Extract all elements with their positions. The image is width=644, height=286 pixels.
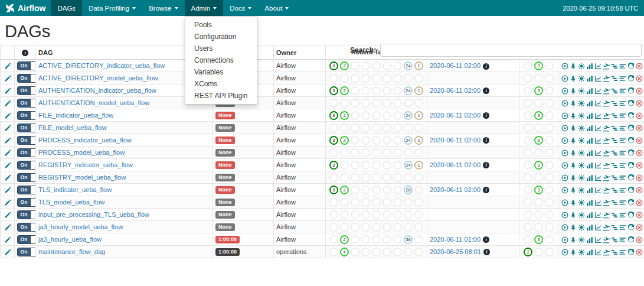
recent-task-count-success[interactable]: 8 xyxy=(329,61,338,70)
graph-view-icon[interactable] xyxy=(578,187,585,194)
trigger-dag-icon[interactable] xyxy=(561,212,568,219)
delete-dag-icon[interactable] xyxy=(636,199,643,206)
dag-link[interactable]: PROCESS_indicator_ueba_flow xyxy=(38,136,132,144)
code-view-icon[interactable] xyxy=(619,249,626,256)
trigger-dag-icon[interactable] xyxy=(561,187,568,194)
landing-times-icon[interactable] xyxy=(603,212,610,219)
delete-dag-icon[interactable] xyxy=(636,125,643,132)
dag-link[interactable]: REGISTRY_indicator_ueba_flow xyxy=(38,161,133,168)
refresh-dag-icon[interactable] xyxy=(627,224,635,231)
dag-link[interactable]: PROCESS_model_ueba_flow xyxy=(38,149,125,156)
landing-times-icon[interactable] xyxy=(603,224,610,231)
gantt-view-icon[interactable] xyxy=(611,150,618,157)
code-view-icon[interactable] xyxy=(619,236,626,243)
code-view-icon[interactable] xyxy=(619,75,626,82)
code-view-icon[interactable] xyxy=(619,224,626,231)
task-duration-icon[interactable] xyxy=(586,125,593,132)
refresh-dag-icon[interactable] xyxy=(627,75,635,82)
code-view-icon[interactable] xyxy=(619,112,626,119)
tree-view-icon[interactable] xyxy=(570,224,577,231)
trigger-dag-icon[interactable] xyxy=(561,150,568,157)
code-view-icon[interactable] xyxy=(619,199,626,206)
tree-view-icon[interactable] xyxy=(570,236,577,243)
dag-toggle[interactable]: On xyxy=(17,223,36,232)
last-run-link[interactable]: 2020-06-11 02:00 xyxy=(430,186,480,193)
gantt-view-icon[interactable] xyxy=(611,199,618,206)
dag-edit-icon[interactable] xyxy=(4,137,11,144)
trigger-dag-icon[interactable] xyxy=(561,162,568,169)
code-view-icon[interactable] xyxy=(619,137,626,144)
refresh-dag-icon[interactable] xyxy=(627,187,635,194)
dag-toggle[interactable]: On xyxy=(17,136,36,145)
dag-link[interactable]: ja3_hourly_ueba_flow xyxy=(38,236,102,243)
trigger-dag-icon[interactable] xyxy=(561,100,568,107)
gantt-view-icon[interactable] xyxy=(611,137,618,144)
task-duration-icon[interactable] xyxy=(586,174,593,181)
dag-link[interactable]: REGISTRY_model_ueba_flow xyxy=(38,174,126,181)
refresh-dag-icon[interactable] xyxy=(627,199,635,206)
dag-edit-icon[interactable] xyxy=(4,162,11,169)
dag-toggle[interactable]: On xyxy=(17,173,36,182)
dag-toggle[interactable]: On xyxy=(17,86,36,95)
nav-item-browse[interactable]: Browse xyxy=(142,0,184,16)
nav-item-admin[interactable]: Admin xyxy=(185,0,224,16)
last-run-link[interactable]: 2020-06-25 08:01 xyxy=(430,248,481,255)
code-view-icon[interactable] xyxy=(619,125,626,132)
recent-task-count-success[interactable]: 8 xyxy=(329,86,338,95)
tree-view-icon[interactable] xyxy=(570,75,577,82)
admin-menu-item-connections[interactable]: Connections xyxy=(185,54,257,66)
trigger-dag-icon[interactable] xyxy=(561,224,568,231)
graph-view-icon[interactable] xyxy=(578,249,585,256)
tree-view-icon[interactable] xyxy=(570,100,577,107)
code-view-icon[interactable] xyxy=(619,187,626,194)
dag-edit-icon[interactable] xyxy=(4,100,11,107)
delete-dag-icon[interactable] xyxy=(636,87,643,95)
delete-dag-icon[interactable] xyxy=(636,150,643,157)
recent-task-count-success[interactable]: 8 xyxy=(329,136,338,145)
nav-item-data-profiling[interactable]: Data Profiling xyxy=(82,0,142,16)
recent-task-count-scheduled[interactable]: 1 xyxy=(414,61,423,70)
trigger-dag-icon[interactable] xyxy=(561,137,568,144)
recent-task-count-running[interactable]: 2 xyxy=(340,235,349,244)
graph-view-icon[interactable] xyxy=(578,75,585,82)
task-tries-icon[interactable] xyxy=(594,224,601,231)
trigger-dag-icon[interactable] xyxy=(561,174,568,181)
task-duration-icon[interactable] xyxy=(586,224,593,231)
landing-times-icon[interactable] xyxy=(603,75,610,82)
airflow-brand[interactable]: Airflow xyxy=(0,0,51,16)
trigger-dag-icon[interactable] xyxy=(561,125,568,132)
dag-edit-icon[interactable] xyxy=(4,150,11,157)
delete-dag-icon[interactable] xyxy=(636,187,643,194)
delete-dag-icon[interactable] xyxy=(636,112,643,119)
task-duration-icon[interactable] xyxy=(586,137,593,144)
dag-run-count-running[interactable]: 3 xyxy=(534,86,543,95)
admin-menu-item-users[interactable]: Users xyxy=(185,43,257,54)
landing-times-icon[interactable] xyxy=(603,125,610,132)
dag-edit-icon[interactable] xyxy=(4,75,11,82)
trigger-dag-icon[interactable] xyxy=(561,249,568,256)
refresh-dag-icon[interactable] xyxy=(627,100,635,107)
recent-task-count-scheduled[interactable]: 1 xyxy=(414,86,423,95)
refresh-dag-icon[interactable] xyxy=(627,137,635,144)
delete-dag-icon[interactable] xyxy=(636,75,643,82)
refresh-dag-icon[interactable] xyxy=(627,174,635,181)
dag-edit-icon[interactable] xyxy=(4,63,11,70)
graph-view-icon[interactable] xyxy=(578,236,585,243)
dag-link[interactable]: maintenance_flow_dag xyxy=(38,248,105,255)
recent-task-count-none[interactable]: 24 xyxy=(404,86,413,95)
gantt-view-icon[interactable] xyxy=(611,87,618,95)
recent-task-count-success[interactable]: 8 xyxy=(329,111,338,120)
tree-view-icon[interactable] xyxy=(570,150,577,157)
task-duration-icon[interactable] xyxy=(586,249,593,256)
dag-link[interactable]: input_pre_processing_TLS_ueba_flow xyxy=(38,211,149,218)
dag-toggle[interactable]: On xyxy=(17,61,36,70)
tree-view-icon[interactable] xyxy=(570,212,577,219)
dag-toggle[interactable]: On xyxy=(17,74,36,83)
landing-times-icon[interactable] xyxy=(603,236,610,243)
task-tries-icon[interactable] xyxy=(594,236,601,243)
gantt-view-icon[interactable] xyxy=(611,125,618,132)
last-run-link[interactable]: 2020-06-11 01:00 xyxy=(430,236,480,243)
task-duration-icon[interactable] xyxy=(586,150,593,157)
delete-dag-icon[interactable] xyxy=(636,100,643,107)
last-run-link[interactable]: 2020-06-11 02:00 xyxy=(430,87,480,94)
